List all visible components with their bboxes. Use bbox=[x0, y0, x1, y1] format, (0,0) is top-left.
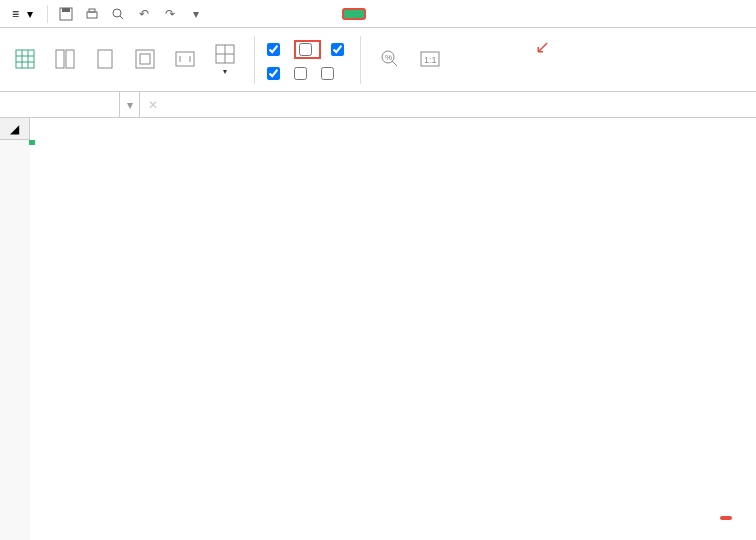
zoom-icon: % bbox=[379, 48, 401, 70]
fx-area: ✕ bbox=[140, 98, 174, 112]
ribbon: ▾ % 1:1 ↙ bbox=[0, 28, 756, 92]
watermark-logo bbox=[720, 516, 732, 520]
fullscreen-button[interactable] bbox=[168, 44, 202, 76]
cancel-icon[interactable]: ✕ bbox=[148, 98, 158, 112]
custom-view-icon bbox=[134, 48, 156, 70]
select-all-corner[interactable]: ◢ bbox=[0, 118, 30, 140]
svg-rect-16 bbox=[176, 52, 194, 66]
formula-input[interactable] bbox=[174, 98, 756, 112]
svg-rect-13 bbox=[98, 50, 112, 68]
zoom-100-button[interactable]: 1:1 bbox=[413, 44, 447, 76]
print-icon[interactable] bbox=[80, 2, 104, 26]
normal-view-button[interactable] bbox=[8, 44, 42, 76]
separator bbox=[360, 36, 361, 84]
name-box-dropdown[interactable]: ▾ bbox=[120, 92, 140, 117]
gridlines-checkbox[interactable] bbox=[294, 40, 321, 59]
svg-rect-2 bbox=[87, 12, 97, 18]
reading-icon bbox=[214, 43, 236, 65]
page-layout-button[interactable] bbox=[88, 44, 122, 76]
svg-line-5 bbox=[120, 16, 123, 19]
svg-rect-12 bbox=[66, 50, 74, 68]
svg-rect-11 bbox=[56, 50, 64, 68]
svg-rect-15 bbox=[140, 54, 150, 64]
fullscreen-icon bbox=[174, 48, 196, 70]
tab-home[interactable] bbox=[222, 8, 242, 20]
tab-review[interactable] bbox=[322, 8, 342, 20]
print-gridlines-checkbox[interactable] bbox=[294, 67, 311, 80]
spreadsheet-grid: ◢ bbox=[0, 118, 756, 540]
qat-dropdown-icon[interactable]: ▾ bbox=[184, 2, 208, 26]
page-break-icon bbox=[54, 48, 76, 70]
tab-member[interactable] bbox=[386, 8, 406, 20]
show-checkboxes bbox=[267, 40, 348, 80]
menubar: ≡ ▾ ↶ ↷ ▾ bbox=[0, 0, 756, 28]
custom-view-button[interactable] bbox=[128, 44, 162, 76]
name-box[interactable] bbox=[0, 92, 120, 117]
svg-text:%: % bbox=[385, 53, 392, 62]
save-icon[interactable] bbox=[54, 2, 78, 26]
row-headers bbox=[0, 140, 30, 540]
redo-icon[interactable]: ↷ bbox=[158, 2, 182, 26]
print-preview-icon[interactable] bbox=[106, 2, 130, 26]
chevron-down-icon: ▾ bbox=[223, 67, 227, 76]
page-break-button[interactable] bbox=[48, 44, 82, 76]
svg-line-23 bbox=[392, 61, 397, 66]
formula-bar-checkbox[interactable] bbox=[267, 40, 284, 59]
watermark bbox=[720, 516, 736, 520]
tab-formulas[interactable] bbox=[282, 8, 302, 20]
tab-page-layout[interactable] bbox=[262, 8, 282, 20]
file-menu[interactable]: ≡ ▾ bbox=[4, 7, 41, 21]
grid-icon bbox=[14, 48, 36, 70]
tab-developer[interactable] bbox=[366, 8, 386, 20]
svg-point-4 bbox=[113, 9, 121, 17]
svg-rect-1 bbox=[62, 8, 70, 12]
annotation-arrow: ↙ bbox=[535, 36, 550, 58]
headings-checkbox[interactable] bbox=[331, 40, 348, 59]
svg-rect-6 bbox=[16, 50, 34, 68]
print-headings-checkbox[interactable] bbox=[321, 67, 338, 80]
separator bbox=[254, 36, 255, 84]
undo-icon[interactable]: ↶ bbox=[132, 2, 156, 26]
tab-insert[interactable] bbox=[242, 8, 262, 20]
svg-rect-3 bbox=[89, 9, 95, 12]
svg-text:1:1: 1:1 bbox=[424, 55, 437, 65]
separator bbox=[47, 5, 48, 23]
ribbon-tabs bbox=[222, 8, 406, 20]
svg-rect-14 bbox=[136, 50, 154, 68]
one-to-one-icon: 1:1 bbox=[419, 48, 441, 70]
tab-data[interactable] bbox=[302, 8, 322, 20]
page-layout-icon bbox=[94, 48, 116, 70]
formula-bar: ▾ ✕ bbox=[0, 92, 756, 118]
zoom-ratio-button[interactable]: % bbox=[373, 44, 407, 76]
tab-view[interactable] bbox=[342, 8, 366, 20]
menu-icon: ≡ bbox=[12, 7, 19, 21]
active-cell-indicator bbox=[30, 140, 34, 144]
chevron-down-icon: ▾ bbox=[27, 7, 33, 21]
task-pane-checkbox[interactable] bbox=[267, 67, 284, 80]
reading-mode-button[interactable]: ▾ bbox=[208, 39, 242, 80]
